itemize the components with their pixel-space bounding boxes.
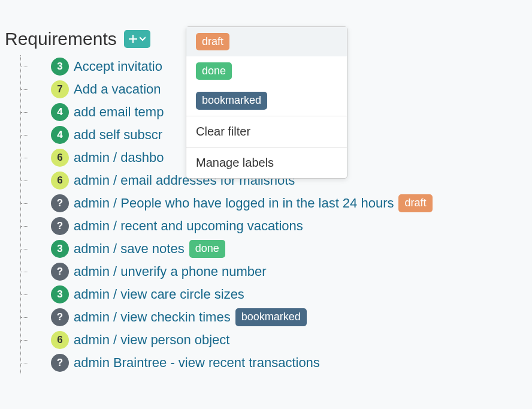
filter-dropdown: draftdonebookmarked Clear filter Manage … (186, 26, 347, 179)
done-tag: done (189, 240, 225, 257)
item-title[interactable]: admin / view checkin times (74, 309, 231, 325)
priority-badge: ? (51, 263, 69, 281)
filter-label-done[interactable]: done (186, 56, 347, 86)
priority-badge: 4 (51, 126, 69, 144)
tree-item[interactable]: ?admin Braintree - view recent transacti… (27, 351, 527, 374)
item-title[interactable]: admin / People who have logged in in the… (74, 196, 394, 211)
clear-filter-action[interactable]: Clear filter (186, 116, 347, 147)
priority-badge: ? (51, 194, 69, 212)
priority-badge: 3 (51, 285, 69, 303)
item-title[interactable]: admin / dashbo (74, 150, 164, 166)
tree-item[interactable]: ?admin / People who have logged in in th… (27, 192, 527, 215)
priority-badge: 4 (51, 103, 69, 121)
draft-tag: draft (398, 194, 432, 212)
priority-badge: 3 (51, 240, 69, 258)
filter-label-bookmarked[interactable]: bookmarked (186, 86, 347, 115)
item-title[interactable]: admin / save notes (74, 241, 185, 257)
done-tag: done (196, 62, 232, 80)
tree-item[interactable]: ?admin / recent and upcoming vacations (27, 215, 527, 237)
priority-badge: 6 (51, 331, 69, 349)
tree-item[interactable]: 6admin / view person object (27, 329, 527, 351)
item-title[interactable]: add self subscr (74, 127, 162, 143)
item-title[interactable]: admin Braintree - view recent transactio… (74, 355, 320, 371)
bookmarked-tag: bookmarked (235, 308, 307, 326)
item-title[interactable]: admin / recent and upcoming vacations (74, 218, 303, 234)
item-title[interactable]: admin / unverify a phone number (74, 264, 267, 279)
tree-item[interactable]: 3admin / save notesdone (27, 237, 527, 260)
priority-badge: 6 (51, 149, 69, 167)
manage-labels-action[interactable]: Manage labels (186, 148, 347, 178)
filter-label-draft[interactable]: draft (186, 27, 347, 56)
item-title[interactable]: Add a vacation (74, 82, 161, 97)
priority-badge: ? (51, 217, 69, 235)
add-button[interactable] (124, 30, 150, 48)
priority-badge: 3 (51, 58, 69, 76)
priority-badge: ? (51, 308, 69, 326)
bookmarked-tag: bookmarked (196, 92, 267, 109)
item-title[interactable]: add email temp (74, 104, 164, 120)
tree-item[interactable]: 3admin / view care circle sizes (27, 283, 527, 306)
item-title[interactable]: admin / view person object (74, 332, 229, 348)
tree-item[interactable]: ?admin / unverify a phone number (27, 260, 527, 283)
plus-icon (129, 35, 137, 43)
page-title: Requirements (5, 29, 117, 49)
priority-badge: 6 (51, 172, 69, 190)
item-title[interactable]: Accept invitatio (74, 59, 162, 74)
draft-tag: draft (196, 33, 229, 50)
priority-badge: 7 (51, 80, 69, 98)
chevron-down-icon (140, 37, 146, 41)
item-title[interactable]: admin / view care circle sizes (74, 287, 244, 302)
tree-item[interactable]: ?admin / view checkin timesbookmarked (27, 306, 527, 329)
priority-badge: ? (51, 354, 69, 372)
